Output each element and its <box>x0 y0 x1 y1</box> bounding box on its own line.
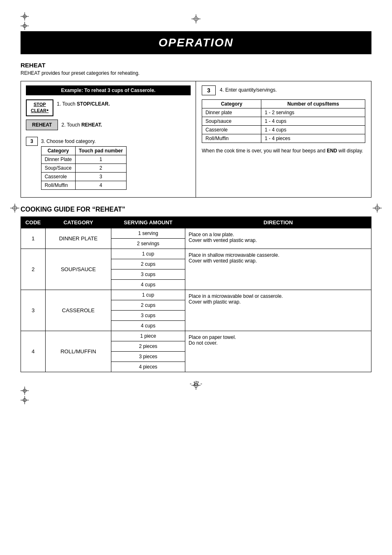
cat-row-3: Casserole 3 <box>41 172 126 181</box>
direction-3: Place in a microwavable bowl or casserol… <box>185 290 371 331</box>
guide-row-1a: 1 DINNER PLATE 1 serving Place on a low … <box>21 228 371 238</box>
category-casserole: CASSEROLE <box>46 290 111 331</box>
example-left: Example: To reheat 3 cups of Casserole. … <box>21 81 196 197</box>
step3-text: 3. Choose food category. Category Touch … <box>41 137 127 190</box>
qty-row-4: Roll/Muffin 1 - 4 pieces <box>202 134 365 143</box>
direction-1: Place on a low plate.Cover with vented p… <box>185 228 371 249</box>
cat-row-1: Dinner Plate 1 <box>41 155 126 164</box>
cat-row-4: Roll/Muffin 4 <box>41 181 126 189</box>
qty-row-1: Dinner plate 1 - 2 servings <box>202 108 365 117</box>
cat-header-2: Touch pad number <box>75 146 126 155</box>
qty-row-3: Casserole 1 - 4 cups <box>202 126 365 134</box>
cat-row-2: Soup/Sauce 2 <box>41 164 126 172</box>
serving-4d: 4 pieces <box>111 362 185 372</box>
guide-header-direction: DIRECTION <box>185 216 371 228</box>
reg-mark-center-top <box>191 14 201 25</box>
stop-clear-button: STOP CLEAR● <box>26 99 53 116</box>
reg-mark-center-bottom <box>191 381 201 391</box>
direction-2: Place in shallow microwavable casserole.… <box>185 249 371 290</box>
qty-row-2: Soup/sauce 1 - 4 cups <box>202 117 365 126</box>
reg-mark-center-right <box>373 204 382 214</box>
guide-row-4a: 4 ROLL/MUFFIN 1 piece Place on paper tow… <box>21 331 371 341</box>
code-3: 3 <box>21 290 46 331</box>
step2-text: 2. Touch REHEAT. <box>61 120 102 128</box>
code-1: 1 <box>21 228 46 249</box>
serving-2b: 2 cups <box>111 259 185 269</box>
reg-mark-br <box>21 396 371 405</box>
guide-header-serving: SERVING AMOUNT <box>111 216 185 228</box>
step4-text: 4. Enter quantity/servings. <box>220 85 277 93</box>
reheat-title: REHEAT <box>21 62 371 69</box>
direction-4: Place on paper towel.Do not cover. <box>185 331 371 372</box>
category-soup-sauce: SOUP/SAUCE <box>46 249 111 290</box>
beep-note: When the cook time is over, you will hea… <box>202 147 365 154</box>
reheat-subtitle: REHEAT provides four preset categories f… <box>21 70 371 76</box>
step3: 3 3. Choose food category. Category Touc… <box>26 137 191 190</box>
example-box: Example: To reheat 3 cups of Casserole. … <box>21 81 371 198</box>
code-2: 2 <box>21 249 46 290</box>
serving-2a: 1 cup <box>111 249 185 259</box>
serving-3d: 4 cups <box>111 320 185 331</box>
serving-3c: 3 cups <box>111 310 185 320</box>
quantity-table: Category Number of cups/Items Dinner pla… <box>202 99 365 143</box>
page-title: OPERATION <box>21 31 371 54</box>
cooking-guide-section: COOKING GUIDE FOR “REHEAT” CODE CATEGORY… <box>21 206 371 372</box>
example-right: 3 4. Enter quantity/servings. Category N… <box>196 81 371 197</box>
example-header: Example: To reheat 3 cups of Casserole. <box>26 85 191 95</box>
reg-mark-center-left <box>10 204 19 214</box>
category-dinner-plate: DINNER PLATE <box>46 228 111 249</box>
guide-row-3a: 3 CASSEROLE 1 cup Place in a microwavabl… <box>21 290 371 300</box>
guide-header-code: CODE <box>21 216 46 228</box>
category-roll-muffin: ROLL/MUFFIN <box>46 331 111 372</box>
serving-4a: 1 piece <box>111 331 185 341</box>
guide-row-2a: 2 SOUP/SAUCE 1 cup Place in shallow micr… <box>21 249 371 259</box>
number3-right-box: 3 <box>202 85 216 95</box>
clear-label: CLEAR <box>31 108 46 113</box>
cooking-guide-title: COOKING GUIDE FOR “REHEAT” <box>21 206 371 213</box>
step1: STOP CLEAR● 1. Touch STOP/CLEAR. <box>26 99 191 116</box>
category-table: Category Touch pad number Dinner Plate 1 <box>41 146 127 190</box>
step4-container: 3 4. Enter quantity/servings. <box>202 85 365 95</box>
serving-4c: 3 pieces <box>111 351 185 362</box>
qty-header-1: Category <box>202 100 261 108</box>
serving-4b: 2 pieces <box>111 341 185 351</box>
serving-3b: 2 cups <box>111 300 185 310</box>
serving-3a: 1 cup <box>111 290 185 300</box>
reheat-button: REHEAT <box>26 120 58 134</box>
code-4: 4 <box>21 331 46 372</box>
number3-box: 3 <box>26 137 38 146</box>
cat-header-1: Category <box>41 146 75 155</box>
stop-label: STOP <box>34 102 46 107</box>
qty-header-2: Number of cups/Items <box>261 100 365 108</box>
reheat-box: REHEAT <box>26 120 58 130</box>
step2: REHEAT 2. Touch REHEAT. <box>26 120 191 134</box>
reheat-section: REHEAT REHEAT provides four preset categ… <box>21 62 371 198</box>
serving-1a: 1 serving <box>111 228 185 238</box>
step1-text: 1. Touch STOP/CLEAR. <box>57 99 110 107</box>
serving-2d: 4 cups <box>111 279 185 290</box>
stop-clear-box: STOP CLEAR● <box>26 99 53 116</box>
guide-header-category: CATEGORY <box>46 216 111 228</box>
serving-1b: 2 servings <box>111 238 185 249</box>
cooking-guide-table: CODE CATEGORY SERVING AMOUNT DIRECTION 1… <box>21 216 371 372</box>
serving-2c: 3 cups <box>111 269 185 279</box>
